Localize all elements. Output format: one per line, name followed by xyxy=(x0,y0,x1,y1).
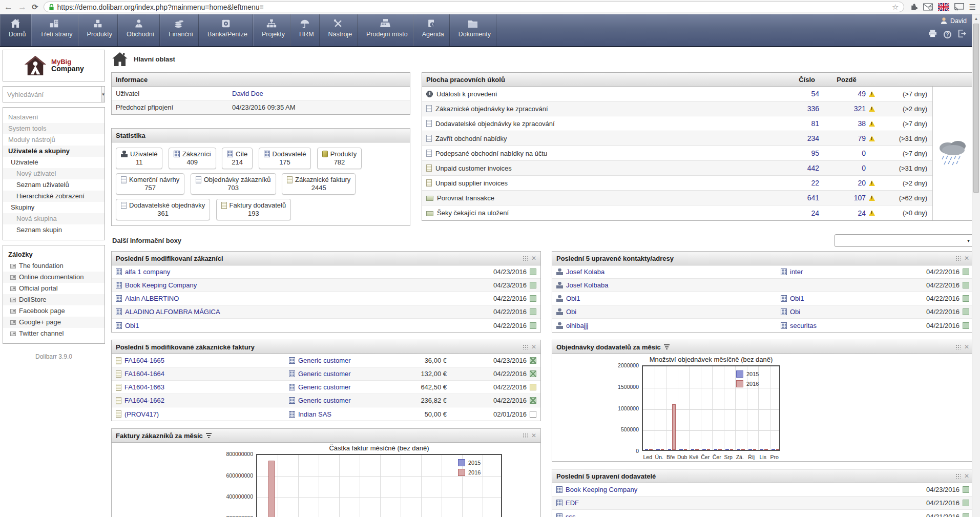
sidebar-nav-item[interactable]: Nový uživatel xyxy=(3,168,105,179)
uk-flag-icon[interactable] xyxy=(938,3,949,11)
sidebar-nav-item[interactable]: Hierarchické zobrazení xyxy=(3,191,105,202)
add-box-select[interactable]: ▾ xyxy=(835,234,974,247)
customer-link[interactable]: ALADINO ALFOMBRA MÁGICA xyxy=(125,308,476,316)
move-handle-icon[interactable] xyxy=(523,433,528,438)
supplier-link[interactable]: EDF xyxy=(566,499,909,507)
task-count-link[interactable]: 641 xyxy=(770,194,819,202)
customer-link[interactable]: Book Keeping Company xyxy=(125,281,476,289)
task-label[interactable]: Unpaid supplier invoices xyxy=(435,179,770,187)
company-link[interactable]: Obi1 xyxy=(790,295,804,302)
invoice-link[interactable]: FA1604-1665 xyxy=(124,357,164,364)
tab-third-parties[interactable]: Třetí strany xyxy=(31,14,78,46)
customer-link[interactable]: Generic customer xyxy=(298,357,351,364)
sidebar-nav-item[interactable]: Skupiny xyxy=(3,202,105,213)
tab-home[interactable]: Domů xyxy=(0,14,31,46)
stat-button[interactable]: Faktury dodavatelů 193 xyxy=(216,199,291,220)
filter-icon[interactable] xyxy=(664,344,670,349)
sidebar-nav-item[interactable]: Uživatelé xyxy=(3,157,105,168)
task-late-link[interactable]: 0 xyxy=(862,164,866,172)
logout-icon[interactable] xyxy=(958,30,967,39)
task-late-link[interactable]: 38 xyxy=(858,119,866,128)
task-late-link[interactable]: 0 xyxy=(862,149,866,157)
task-label[interactable]: Zavřít obchodní nabídky xyxy=(435,135,770,142)
task-label[interactable]: Zákaznické objednávky ke zpracování xyxy=(435,105,770,113)
address-bar[interactable]: https://demo.dolibarr.org/index.php?main… xyxy=(44,2,904,12)
tab-agenda[interactable]: Agenda xyxy=(413,14,450,46)
contact-link[interactable]: Josef Kolaba xyxy=(566,268,604,276)
tab-hrm[interactable]: HRM xyxy=(290,14,319,46)
scroll-up-arrow[interactable]: ▲ xyxy=(972,14,980,21)
bookmark-link[interactable]: Online documentation xyxy=(3,272,105,283)
sidebar-nav-item[interactable]: Uživatelé a skupiny xyxy=(3,146,105,157)
mail-extension-icon[interactable] xyxy=(923,3,933,11)
task-label[interactable]: Dodavatelské objednávky ke zpracování xyxy=(435,120,770,128)
task-late-link[interactable]: 107 xyxy=(854,194,866,202)
stat-button[interactable]: Dodavatelské objednávky 361 xyxy=(116,199,210,220)
user-link[interactable]: David Doe xyxy=(232,90,263,97)
sidebar-nav-item[interactable]: Nová skupina xyxy=(3,213,105,224)
sidebar-nav-item[interactable]: Nastavení xyxy=(3,112,105,123)
stat-button[interactable]: Komerční návrhy 757 xyxy=(116,173,184,195)
sidebar-nav-item[interactable]: Moduly nástrojů xyxy=(3,134,105,146)
stat-button[interactable]: Objednávky zákazníků 703 xyxy=(191,173,276,195)
task-count-link[interactable]: 234 xyxy=(770,134,819,142)
customer-link[interactable]: Obi1 xyxy=(125,322,476,329)
close-icon[interactable]: ✕ xyxy=(531,255,536,261)
invoice-link[interactable]: FA1604-1663 xyxy=(124,383,164,391)
search-input[interactable] xyxy=(3,87,101,102)
help-icon[interactable]: ? xyxy=(944,31,951,38)
task-late-link[interactable]: 79 xyxy=(858,134,866,142)
close-icon[interactable]: ✕ xyxy=(531,432,536,439)
bookmark-link[interactable]: Official portal xyxy=(3,283,105,294)
task-count-link[interactable]: 81 xyxy=(770,119,819,128)
task-count-link[interactable]: 54 xyxy=(770,90,819,98)
print-icon[interactable] xyxy=(928,30,937,39)
page-scrollbar[interactable]: ▲ xyxy=(972,14,980,517)
sidebar-nav-item[interactable]: Seznam uživatelů xyxy=(3,179,105,191)
customer-link[interactable]: alfa 1 company xyxy=(125,268,476,276)
contact-link[interactable]: Obi xyxy=(566,308,576,316)
stat-button[interactable]: Zákaznické faktury 2445 xyxy=(282,173,356,195)
bookmark-link[interactable]: The foundation xyxy=(3,260,105,272)
filter-icon[interactable] xyxy=(206,433,212,438)
task-label[interactable]: Podepsané obchodní nabídky na účtu xyxy=(435,150,770,157)
tab-tools[interactable]: Nástroje xyxy=(320,14,358,46)
move-handle-icon[interactable] xyxy=(955,473,961,479)
customer-link[interactable]: Alain ALBERTINO xyxy=(125,295,476,302)
close-icon[interactable]: ✕ xyxy=(964,473,969,479)
close-icon[interactable]: ✕ xyxy=(964,255,969,261)
task-late-link[interactable]: 321 xyxy=(854,105,866,113)
move-handle-icon[interactable] xyxy=(955,256,961,261)
contact-link[interactable]: oihibajjj xyxy=(566,322,588,329)
company-link[interactable]: inter xyxy=(790,268,803,276)
task-label[interactable]: Události k provedení xyxy=(436,90,770,98)
company-link[interactable]: Obi xyxy=(790,308,800,316)
stat-button[interactable]: Zákazníci 409 xyxy=(169,148,216,169)
task-late-link[interactable]: 24 xyxy=(858,209,866,217)
invoice-link[interactable]: FA1604-1664 xyxy=(124,370,164,378)
task-late-link[interactable]: 49 xyxy=(858,90,866,98)
task-label[interactable]: Unpaid customer invoices xyxy=(435,164,770,172)
user-menu[interactable]: David xyxy=(940,17,967,25)
task-label[interactable]: Porovnat transakce xyxy=(437,194,770,202)
tab-products[interactable]: Produkty xyxy=(78,14,118,46)
company-link[interactable]: securitas xyxy=(790,322,817,329)
bookmark-link[interactable]: DoliStore xyxy=(3,294,105,305)
bookmark-link[interactable]: Google+ page xyxy=(3,317,105,328)
tab-documents[interactable]: Dokumenty xyxy=(450,14,496,46)
close-icon[interactable]: ✕ xyxy=(531,344,536,350)
sidebar-nav-item[interactable]: System tools xyxy=(3,123,105,134)
browser-forward-button[interactable]: → xyxy=(18,3,27,11)
task-label[interactable]: Šeky čekající na uložení xyxy=(437,209,770,217)
browser-reload-button[interactable]: ⟳ xyxy=(32,3,38,11)
search-dropdown-button[interactable]: ▾ xyxy=(101,87,105,102)
url-text[interactable]: https://demo.dolibarr.org/index.php?main… xyxy=(57,3,889,11)
invoice-link[interactable]: FA1604-1662 xyxy=(124,397,164,404)
customer-link[interactable]: Indian SAS xyxy=(298,410,331,418)
customer-link[interactable]: Generic customer xyxy=(298,397,351,404)
stat-button[interactable]: Dodavatelé 175 xyxy=(259,148,311,169)
invoice-link[interactable]: (PROV417) xyxy=(124,410,159,418)
bookmark-star-icon[interactable]: ☆ xyxy=(892,3,899,12)
tab-commercial[interactable]: Obchodní xyxy=(118,14,160,46)
company-logo[interactable]: MyBig Company xyxy=(3,50,105,81)
